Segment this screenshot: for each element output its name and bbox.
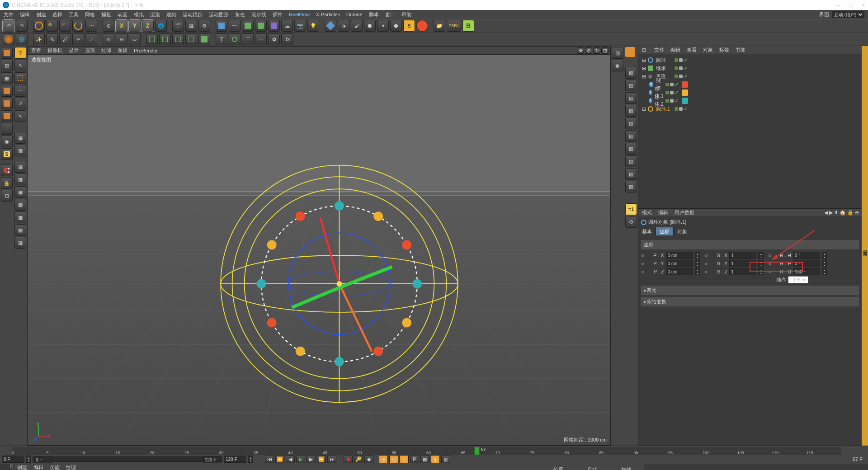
tree-item-圆环[interactable]: ⊟ 圆环✓ — [640, 56, 860, 64]
tool-knife[interactable]: ⟋ — [85, 33, 97, 45]
key-opt-button[interactable]: ▮ — [431, 455, 440, 463]
dynamics-button[interactable]: ⬢ — [364, 20, 376, 32]
mograph-button[interactable] — [325, 20, 336, 32]
scale-tool[interactable]: ⤢ — [59, 20, 71, 32]
measure-tool[interactable]: =1 — [625, 203, 637, 215]
key-rot-button[interactable]: ↻ — [400, 455, 409, 463]
live-select-tool[interactable] — [33, 20, 45, 32]
goto-next-key-button[interactable]: ⏩ — [317, 455, 326, 463]
attr-menu-用户数据[interactable]: 用户数据 — [675, 209, 694, 216]
arc-tool[interactable]: ⌒ — [242, 33, 254, 45]
end-spinner[interactable]: ▴▾ — [248, 456, 253, 463]
objmgr-menu-对象[interactable]: 对象 — [703, 47, 713, 53]
objmgr-menu-标签[interactable]: 标签 — [719, 47, 729, 53]
viewport-canvas[interactable]: 透视视图 网格间距 : 1000 cm — [28, 55, 610, 445]
mat-menu-创建[interactable]: 创建 — [17, 464, 27, 470]
pos-z-input[interactable] — [666, 268, 693, 275]
rt2-j[interactable]: ▨ — [625, 181, 637, 193]
menu-文件[interactable]: 文件 — [4, 11, 14, 18]
vp-menu-摄像机[interactable]: 摄像机 — [47, 47, 62, 54]
gen-cube4[interactable] — [185, 33, 197, 45]
axis-y-toggle[interactable]: Y — [129, 20, 141, 32]
rot-h-spinner[interactable]: ▴▾ — [822, 252, 827, 259]
workplane[interactable]: ▱ — [129, 33, 141, 45]
next-frame-button[interactable]: ▶ — [307, 455, 316, 463]
objmgr-menu-书签[interactable]: 书签 — [736, 47, 745, 53]
move-tool[interactable]: ✥ — [46, 20, 58, 32]
poly-mode-button[interactable] — [1, 110, 13, 122]
prev-frame-button[interactable]: ◀ — [286, 455, 295, 463]
range-end-input[interactable] — [203, 456, 221, 463]
maximize-button[interactable]: ▢ — [849, 2, 853, 8]
vp-menu-过滤[interactable]: 过滤 — [101, 47, 111, 54]
tree-item-球体.2[interactable]: 球体.2✓ — [640, 97, 860, 105]
snap-toggle[interactable]: ⊙ — [103, 33, 114, 45]
menu-模拟[interactable]: 模拟 — [134, 11, 144, 18]
rot-p-spinner[interactable]: ▴▾ — [822, 260, 827, 267]
grid-b[interactable]: ▦ — [14, 145, 26, 156]
menu-流水线[interactable]: 流水线 — [251, 11, 266, 18]
tool-cut[interactable]: ✂ — [72, 33, 84, 45]
key-pla-button[interactable]: ▦ — [420, 455, 429, 463]
range-start-input[interactable] — [34, 456, 52, 463]
attr-menu-编辑[interactable]: 编辑 — [658, 209, 668, 216]
text-tool[interactable]: T — [216, 33, 227, 45]
pos-y-spinner[interactable]: ▴▾ — [695, 260, 700, 267]
key-mode-button[interactable]: ▥ — [441, 455, 450, 463]
timeline-ruler[interactable]: 67 0510152025303540455055606570758085909… — [12, 447, 841, 455]
goto-prev-key-button[interactable]: ⏪ — [275, 455, 284, 463]
menu-角色[interactable]: 角色 — [235, 11, 245, 18]
rt1-a[interactable]: ▨ — [612, 47, 623, 59]
particles-button[interactable]: ✦ — [377, 20, 389, 32]
grid-i[interactable]: ▦ — [14, 237, 26, 249]
vp-menu-显示[interactable]: 显示 — [69, 47, 79, 54]
nurbs-button[interactable] — [242, 20, 254, 32]
menu-运动图形[interactable]: 运动图形 — [209, 11, 229, 18]
environment-button[interactable]: ☁ — [281, 20, 293, 32]
coord-system-button[interactable]: 🌐 — [155, 20, 167, 32]
point-mode-button[interactable] — [1, 85, 13, 97]
pos-z-spinner[interactable]: ▴▾ — [695, 268, 700, 275]
goto-start-button[interactable]: ⏮ — [265, 455, 274, 463]
effector-button[interactable]: ⬗ — [338, 20, 349, 32]
gen-cube3[interactable] — [172, 33, 184, 45]
grid-e[interactable]: ▦ — [14, 186, 26, 198]
attr-tab-坐标[interactable]: 坐标 — [656, 227, 674, 235]
key-scale-button[interactable]: ⊡ — [389, 455, 398, 463]
menu-编辑[interactable]: 编辑 — [20, 11, 30, 18]
rt2-d[interactable]: ▨ — [625, 105, 637, 117]
rot-p-input[interactable] — [793, 260, 820, 267]
render-settings-button[interactable]: ⚙ — [198, 20, 210, 32]
brush-tool-icon[interactable] — [625, 47, 635, 57]
menu-插件[interactable]: 插件 — [273, 11, 283, 18]
menu-选择[interactable]: 选择 — [52, 11, 62, 18]
attr-menu-模式[interactable]: 模式 — [642, 209, 652, 216]
pos-x-input[interactable] — [666, 252, 693, 259]
rot-b-input[interactable] — [793, 268, 820, 275]
menu-网格[interactable]: 网格 — [85, 11, 95, 18]
layout-select[interactable]: 启动 (用户) — [832, 11, 864, 18]
vp-nav-4[interactable]: ⊞ — [601, 47, 609, 54]
menu-工具[interactable]: 工具 — [69, 11, 79, 18]
menu-运动跟踪[interactable]: 运动跟踪 — [183, 11, 203, 18]
objmgr-menu-文件[interactable]: 文件 — [654, 47, 664, 53]
circle-tool[interactable] — [229, 33, 241, 45]
cursor-tool[interactable]: ↖ — [14, 60, 26, 71]
scale-x-spinner[interactable]: ▴▾ — [758, 252, 764, 259]
tree-item-克隆[interactable]: ⊟ ⚙克隆✓ — [640, 72, 860, 80]
close-button[interactable]: ✕ — [861, 2, 865, 8]
attr-section-freeze[interactable]: ▸ 冻结变换 — [641, 297, 859, 306]
menu-RealFlow[interactable]: RealFlow — [289, 12, 310, 17]
timeline-playhead[interactable]: 67 — [474, 447, 480, 455]
gen-cube2[interactable] — [159, 33, 171, 45]
tool-wand[interactable]: ✎ — [46, 33, 58, 45]
tool-magic[interactable]: ✨ — [33, 33, 45, 45]
tree-item-继承[interactable]: ⊟ 继承✓ — [640, 64, 860, 72]
key-pos-button[interactable]: ⊕ — [379, 455, 388, 463]
lasso-tool[interactable]: 〰 — [14, 85, 26, 97]
tree-item-圆环.1[interactable]: ⊟ 圆环.1✓ — [640, 105, 860, 113]
psr-button[interactable]: PSR0 — [447, 20, 461, 32]
rt2-g[interactable]: ▨ — [625, 143, 637, 155]
attr-nav-icons[interactable]: ◀ ▶ ⬆ 🏠 🔒 ⊕ — [824, 210, 859, 216]
rect-select-tool[interactable] — [14, 72, 26, 84]
